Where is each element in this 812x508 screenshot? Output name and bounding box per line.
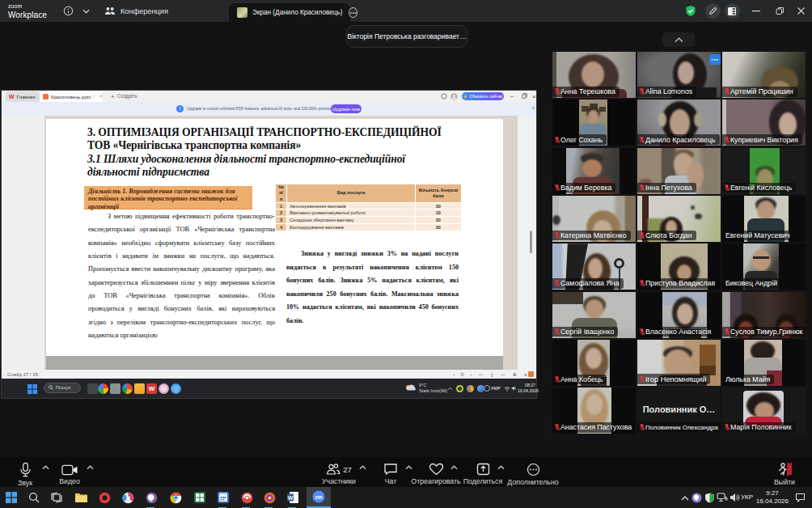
svg-text:zm: zm <box>315 494 322 500</box>
svg-text:W: W <box>288 495 294 501</box>
